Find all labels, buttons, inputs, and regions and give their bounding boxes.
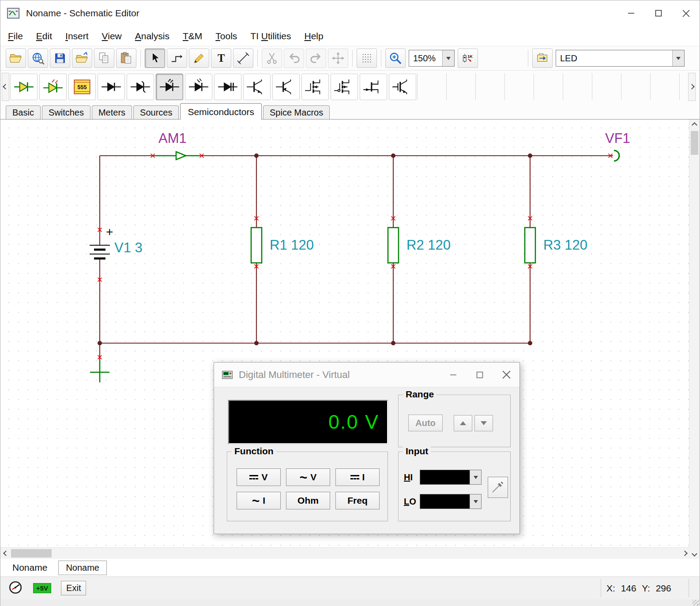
voltage-source-V1[interactable]: + — [90, 225, 113, 258]
page-tab-1[interactable]: Noname — [5, 560, 55, 575]
function-ac-v-button[interactable]: ~V — [286, 468, 330, 486]
interactive-1k-button[interactable]: 1K — [458, 49, 478, 68]
ammeter-AM1[interactable] — [154, 152, 200, 160]
maximize-button[interactable] — [645, 0, 672, 26]
pencil-button[interactable] — [189, 49, 209, 68]
select-cursor-button[interactable] — [145, 49, 165, 68]
diode-component-button[interactable] — [10, 74, 38, 100]
ground-symbol[interactable] — [90, 360, 109, 382]
close-button[interactable] — [672, 0, 700, 26]
tab-meters[interactable]: Meters — [92, 105, 132, 119]
menu-analysis[interactable]: Analysis — [128, 28, 176, 44]
scroll-down-button[interactable] — [689, 548, 700, 559]
component-combobox[interactable]: LED — [556, 50, 685, 67]
menu-bar: FileEditInsertViewAnalysisT&MToolsTI Uti… — [0, 26, 700, 46]
resistor-r3-label[interactable]: R3 120 — [543, 237, 587, 253]
function-freq-button[interactable]: Freq — [335, 492, 380, 509]
multimeter-minimize-button[interactable] — [440, 363, 467, 387]
tab-basic[interactable]: Basic — [6, 105, 41, 119]
igbt-transistor-button[interactable] — [389, 74, 416, 100]
wires[interactable] — [100, 156, 613, 360]
menu-tools[interactable]: Tools — [209, 28, 244, 44]
function-dc-v-button[interactable]: V — [237, 468, 281, 486]
wire-tool-button[interactable] — [167, 49, 187, 68]
tab-spice-macros[interactable]: Spice Macros — [263, 105, 330, 119]
text-tool-button[interactable]: T — [211, 49, 231, 68]
source-label[interactable]: V1 3 — [114, 240, 143, 255]
palette-scroll-right-button[interactable] — [688, 73, 696, 101]
multimeter-maximize-button[interactable] — [467, 363, 493, 387]
open-file-button[interactable] — [72, 49, 92, 68]
tab-semiconductors[interactable]: Semiconductors — [180, 103, 262, 120]
njfet-transistor-button[interactable] — [360, 74, 387, 100]
tab-switches[interactable]: Switches — [42, 105, 90, 119]
pnp-transistor-button[interactable] — [272, 74, 300, 100]
resistor-R1[interactable] — [251, 228, 262, 263]
exit-button[interactable]: Exit — [61, 581, 86, 595]
probe-button[interactable] — [488, 477, 508, 498]
vertical-scroll-thumb[interactable] — [691, 131, 698, 155]
internet-button[interactable] — [28, 49, 48, 68]
resistor-r2-label[interactable]: R2 120 — [406, 237, 451, 253]
range-auto-button[interactable]: Auto — [408, 415, 443, 431]
npn-transistor-button[interactable] — [243, 74, 271, 100]
hi-input-select[interactable] — [420, 470, 482, 485]
led-component-button[interactable] — [39, 74, 67, 100]
varicap-diode-button[interactable] — [214, 74, 241, 100]
probe-label[interactable]: VF1 — [605, 131, 630, 146]
resistor-R2[interactable] — [388, 228, 399, 263]
zoom-combobox[interactable]: 150% — [409, 50, 455, 67]
range-down-button[interactable] — [474, 415, 493, 431]
menu-ti-utilities[interactable]: TI Utilities — [244, 28, 297, 44]
macro-button[interactable] — [532, 49, 553, 68]
function-dc-i-button[interactable]: I — [335, 468, 380, 486]
select-cursor-icon — [148, 52, 162, 65]
menu-help[interactable]: Help — [298, 28, 330, 44]
photodiode-button[interactable] — [185, 74, 212, 100]
open-folder-button[interactable] — [6, 49, 26, 68]
menu-edit[interactable]: Edit — [30, 28, 59, 44]
zoom-button[interactable] — [385, 49, 406, 68]
tab-sources[interactable]: Sources — [133, 105, 179, 119]
paste-button[interactable] — [116, 49, 136, 68]
menu-t-m[interactable]: T&M — [176, 28, 209, 44]
multimeter-title-bar[interactable]: Digital Multimeter - Virtual — [214, 363, 519, 387]
led-symbol-button[interactable] — [156, 74, 183, 100]
hi-input-arrow[interactable] — [470, 470, 481, 484]
menu-view[interactable]: View — [95, 28, 128, 44]
diode-button[interactable] — [98, 74, 125, 100]
ammeter-label[interactable]: AM1 — [158, 131, 187, 146]
minimize-button[interactable] — [617, 0, 645, 26]
function-ac-i-button[interactable]: ~I — [237, 492, 281, 509]
multimeter-close-button[interactable] — [493, 363, 519, 387]
window-resize-grip[interactable] — [692, 600, 699, 606]
pmos-transistor-button[interactable] — [331, 74, 358, 100]
grid-button[interactable] — [357, 49, 377, 68]
zener-diode-button[interactable] — [127, 74, 154, 100]
horizontal-scrollbar[interactable] — [0, 547, 690, 559]
dimension-tool-button[interactable] — [233, 49, 253, 68]
scroll-up-button[interactable] — [689, 120, 700, 130]
save-button[interactable] — [50, 49, 70, 68]
voltage-probe-VF1[interactable] — [614, 150, 619, 161]
menu-insert[interactable]: Insert — [59, 28, 95, 44]
scroll-right-button[interactable] — [679, 548, 690, 559]
timer-555-button[interactable]: 555 — [68, 74, 96, 100]
page-tab-2[interactable]: Noname — [58, 561, 107, 575]
nmos-transistor-button[interactable] — [301, 74, 329, 100]
menu-file[interactable]: File — [1, 28, 30, 44]
copy-button[interactable] — [94, 49, 114, 68]
lo-input-arrow[interactable] — [470, 494, 481, 509]
scroll-left-button[interactable] — [0, 548, 11, 559]
resistor-r1-label[interactable]: R1 120 — [270, 237, 314, 253]
vertical-scrollbar[interactable] — [689, 120, 700, 559]
component-combobox-arrow-button[interactable] — [672, 50, 684, 66]
function-ohm-button[interactable]: Ohm — [286, 492, 330, 509]
horizontal-scroll-thumb[interactable] — [11, 549, 52, 557]
zoom-combobox-arrow-button[interactable] — [442, 50, 454, 66]
palette-scroll-left-button[interactable] — [2, 73, 9, 101]
lo-input-select[interactable] — [420, 494, 482, 509]
range-up-button[interactable] — [454, 415, 472, 431]
resistor-R3[interactable] — [525, 228, 535, 263]
interactive-mode-button[interactable] — [6, 579, 25, 598]
